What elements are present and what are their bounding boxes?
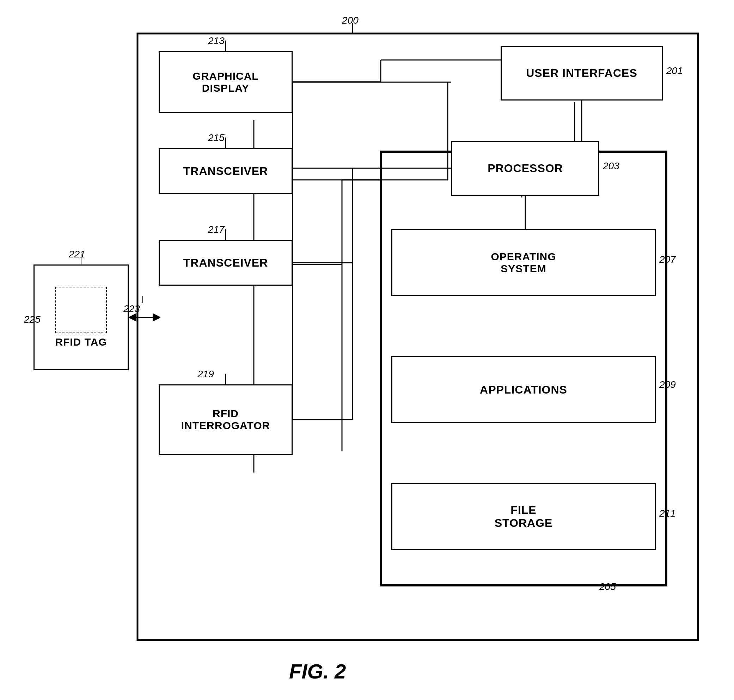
ref-225: 225 xyxy=(24,314,41,325)
rfid-interrogator-box: RFID INTERROGATOR xyxy=(159,384,293,455)
user-interfaces-box: USER INTERFACES xyxy=(501,46,663,100)
ref-203: 203 xyxy=(603,160,619,172)
ref-217: 217 xyxy=(208,224,225,235)
graphical-display-box: GRAPHICAL DISPLAY xyxy=(159,51,293,113)
rfid-tag-box: RFID TAG xyxy=(34,265,129,370)
diagram: 200 GRAPHICAL DISPLAY 213 TRANSCEIVER 21… xyxy=(0,0,734,700)
ref-213: 213 xyxy=(208,35,225,47)
ref-215: 215 xyxy=(208,132,225,144)
ref-205: 205 xyxy=(599,581,616,593)
applications-box: APPLICATIONS xyxy=(391,356,656,423)
ref-211: 211 xyxy=(659,508,676,519)
rfid-tag-inner-dashed xyxy=(55,287,106,333)
processor-box: PROCESSOR xyxy=(451,141,599,196)
ref-201: 201 xyxy=(666,65,683,76)
ref-200: 200 xyxy=(342,15,358,26)
ref-221: 221 xyxy=(69,249,85,260)
fig-label: FIG. 2 xyxy=(289,659,346,683)
ref-209: 209 xyxy=(659,379,676,390)
file-storage-box: FILE STORAGE xyxy=(391,483,656,550)
transceiver2-box: TRANSCEIVER xyxy=(159,240,293,286)
ref-219: 219 xyxy=(197,369,214,380)
transceiver1-box: TRANSCEIVER xyxy=(159,148,293,194)
double-arrow xyxy=(129,310,160,324)
operating-system-box: OPERATING SYSTEM xyxy=(391,229,656,296)
ref-207: 207 xyxy=(659,254,676,265)
